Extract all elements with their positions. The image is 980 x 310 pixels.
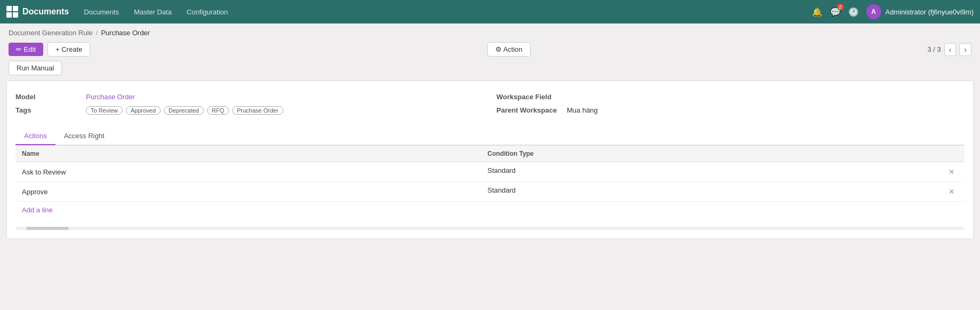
- tag-deprecated[interactable]: Deprecated: [164, 106, 204, 115]
- parent-workspace-label: Parent Workspace: [496, 105, 560, 114]
- parent-workspace-value[interactable]: Mua hàng: [567, 105, 598, 114]
- app-title: Documents: [22, 7, 69, 17]
- pagination: 3 / 3 ‹ ›: [927, 43, 971, 56]
- breadcrumb-separator: /: [96, 29, 98, 37]
- run-manual-button[interactable]: Run Manual: [9, 61, 62, 75]
- pagination-label: 3 / 3: [927, 45, 941, 53]
- tags-row: Tags To Review Approved Deprecated RFQ P…: [15, 103, 484, 117]
- user-menu[interactable]: A Administrator (fj6nyue0vi9m): [866, 4, 974, 19]
- action-button[interactable]: ⚙ Action: [487, 42, 531, 57]
- prev-button[interactable]: ‹: [944, 43, 957, 56]
- clock-icon[interactable]: 🕐: [848, 7, 859, 17]
- avatar: A: [866, 4, 881, 19]
- breadcrumb-parent[interactable]: Document Generation Rule: [9, 29, 93, 37]
- tab-actions[interactable]: Actions: [15, 128, 56, 145]
- tag-purchase-order[interactable]: Pruchase Order: [232, 106, 283, 115]
- col-name: Name: [15, 146, 481, 162]
- top-menu: Documents Master Data Configuration: [77, 5, 811, 19]
- row-name[interactable]: Ask to Review: [15, 162, 481, 182]
- menu-item-master-data[interactable]: Master Data: [128, 5, 178, 19]
- form-left: Model Purchase Order Tags To Review Appr…: [15, 90, 484, 117]
- app-logo[interactable]: Documents: [6, 6, 69, 18]
- logo-icon: [6, 6, 18, 18]
- edit-button[interactable]: ✏ Edit: [9, 43, 43, 56]
- model-value[interactable]: Purchase Order: [86, 92, 135, 101]
- tabs: Actions Access Right: [15, 128, 965, 145]
- top-navigation: Documents Documents Master Data Configur…: [0, 0, 980, 23]
- breadcrumb-current: Purchase Order: [101, 29, 150, 37]
- tag-to-review[interactable]: To Review: [86, 106, 123, 115]
- notifications-bell-icon[interactable]: 🔔: [812, 7, 823, 17]
- workspace-field-row: Workspace Field: [496, 90, 965, 103]
- model-row: Model Purchase Order: [15, 90, 484, 103]
- next-button[interactable]: ›: [959, 43, 971, 56]
- form-grid: Model Purchase Order Tags To Review Appr…: [15, 90, 965, 117]
- topnav-right: 🔔 💬 2 🕐 A Administrator (fj6nyue0vi9m): [812, 4, 974, 19]
- breadcrumb: Document Generation Rule / Purchase Orde…: [0, 23, 980, 40]
- horizontal-scrollbar[interactable]: [15, 227, 965, 230]
- create-button[interactable]: + Create: [48, 42, 90, 57]
- tag-approved[interactable]: Approved: [126, 106, 161, 115]
- secondary-toolbar: Run Manual: [0, 61, 980, 81]
- delete-row-0-button[interactable]: ✕: [945, 166, 958, 177]
- tags-label: Tags: [15, 105, 80, 114]
- main-content: Model Purchase Order Tags To Review Appr…: [6, 81, 974, 239]
- add-line-button[interactable]: Add a line: [15, 202, 59, 218]
- row-condition: Standard ✕: [481, 182, 965, 202]
- row-name[interactable]: Approve: [15, 182, 481, 202]
- form-right: Workspace Field Parent Workspace Mua hàn…: [496, 90, 965, 117]
- menu-item-documents[interactable]: Documents: [77, 5, 125, 19]
- menu-item-configuration[interactable]: Configuration: [180, 5, 234, 19]
- workspace-field-label: Workspace Field: [496, 92, 560, 101]
- user-name: Administrator (fj6nyue0vi9m): [886, 8, 974, 16]
- table-row: Approve Standard ✕: [15, 182, 965, 202]
- row-condition: Standard ✕: [481, 162, 965, 182]
- col-condition-type: Condition Type: [481, 146, 965, 162]
- scroll-thumb[interactable]: [26, 227, 69, 230]
- tag-rfq[interactable]: RFQ: [207, 106, 229, 115]
- messages-badge: 2: [837, 4, 844, 10]
- tags-container: To Review Approved Deprecated RFQ Prucha…: [86, 105, 285, 115]
- parent-workspace-row: Parent Workspace Mua hàng: [496, 103, 965, 116]
- actions-table: Name Condition Type Ask to Review Standa…: [15, 145, 965, 202]
- table-row: Ask to Review Standard ✕: [15, 162, 965, 182]
- toolbar: ✏ Edit + Create ⚙ Action 3 / 3 ‹ ›: [0, 40, 980, 61]
- tab-access-right[interactable]: Access Right: [56, 128, 113, 145]
- model-label: Model: [15, 92, 80, 101]
- messages-icon[interactable]: 💬 2: [830, 7, 841, 17]
- delete-row-1-button[interactable]: ✕: [945, 186, 958, 197]
